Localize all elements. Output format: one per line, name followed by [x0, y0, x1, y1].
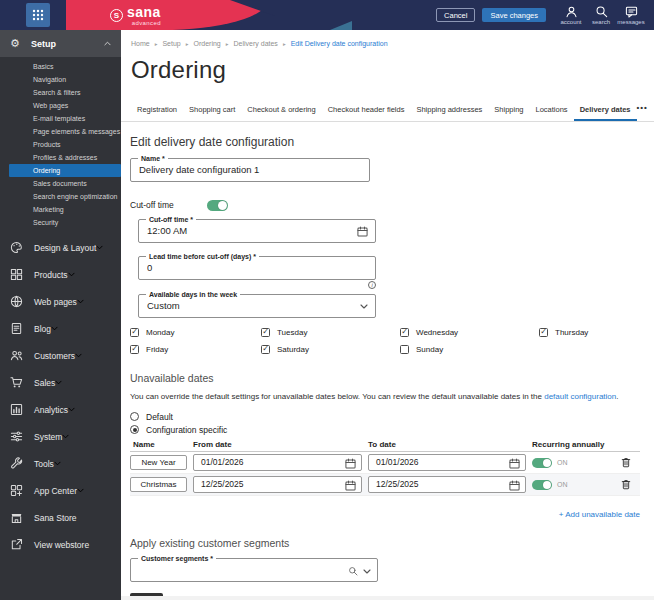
- chevron-down-icon[interactable]: [360, 304, 368, 309]
- from-date-input[interactable]: 12/25/2025: [193, 476, 362, 493]
- cutoff-toggle-row: Cut-off time: [130, 199, 640, 211]
- chevron-down-icon[interactable]: [363, 569, 371, 574]
- tab[interactable]: Shipping: [488, 99, 529, 121]
- sidebar-subitem[interactable]: Page elements & messages: [0, 125, 121, 138]
- sidebar-item[interactable]: Design & Layout: [0, 234, 121, 261]
- chevron-down-icon: [54, 461, 61, 466]
- tab[interactable]: Registration: [131, 99, 183, 121]
- sidebar-subitem[interactable]: Security: [0, 216, 121, 229]
- cutoff-time-field[interactable]: Cut-off time * 12:00 AM: [138, 219, 376, 243]
- weekday-checkbox-row[interactable]: ✓ Monday: [130, 326, 261, 339]
- checkbox[interactable]: ✓: [130, 328, 139, 337]
- calendar-icon[interactable]: [345, 480, 356, 491]
- add-unavailable-date-link[interactable]: + Add unavailable date: [559, 510, 640, 519]
- topbar-action-button[interactable]: messages: [616, 5, 646, 25]
- checkbox[interactable]: ✓: [261, 345, 270, 354]
- radio-button[interactable]: [130, 412, 139, 421]
- lead-time-input[interactable]: 0: [147, 257, 355, 279]
- sidebar-item[interactable]: Sana Store: [0, 504, 121, 531]
- sana-logo[interactable]: S sanaadvanced: [66, 0, 268, 30]
- info-icon[interactable]: i: [368, 281, 376, 289]
- from-date-input[interactable]: 01/01/2026: [193, 454, 362, 471]
- tab[interactable]: Shopping cart: [183, 99, 241, 121]
- customer-segments-title: Apply existing customer segments: [130, 537, 640, 549]
- chevron-down-icon: [96, 245, 103, 250]
- trash-icon[interactable]: [621, 479, 631, 490]
- recurring-toggle[interactable]: [532, 458, 552, 468]
- breadcrumb-item[interactable]: Ordering: [194, 40, 221, 47]
- radio-option[interactable]: Configuration specific: [130, 423, 640, 436]
- checkbox[interactable]: ✓: [400, 328, 409, 337]
- chevron-down-icon: [62, 434, 69, 439]
- tab[interactable]: Shipping addresses: [410, 99, 488, 121]
- topbar-action-button[interactable]: search: [586, 5, 616, 25]
- weekday-checkbox-row[interactable]: ✓ Tuesday: [261, 326, 400, 339]
- cancel-button[interactable]: Cancel: [436, 8, 475, 22]
- sidebar-subitem[interactable]: E-mail templates: [0, 112, 121, 125]
- date-name-input[interactable]: Christmas: [130, 477, 187, 492]
- default-configuration-link[interactable]: default configuration: [544, 392, 616, 401]
- checkbox[interactable]: ✓: [400, 345, 409, 354]
- sidebar-section-setup[interactable]: ⚙ Setup: [0, 30, 121, 57]
- sidebar-subitem[interactable]: Sales documents: [0, 177, 121, 190]
- sidebar-subitem[interactable]: Search & filters: [0, 86, 121, 99]
- weekday-checkbox-row[interactable]: ✓ Wednesday: [400, 326, 539, 339]
- weekday-checkbox-row[interactable]: ✓ Friday: [130, 343, 261, 356]
- sidebar-item[interactable]: Web pages: [0, 288, 121, 315]
- sidebar-subitem[interactable]: Navigation: [0, 73, 121, 86]
- search-icon[interactable]: [348, 566, 358, 576]
- calendar-icon[interactable]: [357, 226, 368, 237]
- cutoff-time-toggle[interactable]: [207, 200, 228, 211]
- checkbox[interactable]: ✓: [130, 345, 139, 354]
- sidebar-subitem[interactable]: Ordering: [9, 164, 121, 177]
- cutoff-time-input[interactable]: 12:00 AM: [147, 220, 355, 242]
- calendar-icon[interactable]: [509, 458, 520, 469]
- lead-time-field[interactable]: Lead time before cut-off (days) * 0: [138, 256, 376, 280]
- sidebar-subitem[interactable]: Search engine optimization: [0, 190, 121, 203]
- sidebar-subitem[interactable]: Products: [0, 138, 121, 151]
- tab[interactable]: Checkout header fields: [322, 99, 411, 121]
- to-date-input[interactable]: 12/25/2025: [368, 476, 526, 493]
- radio-button[interactable]: [130, 425, 139, 434]
- weekday-checkbox-row[interactable]: ✓ Sunday: [400, 343, 539, 356]
- date-name-input[interactable]: New Year: [130, 455, 187, 470]
- sidebar-item[interactable]: App Center: [0, 477, 121, 504]
- tab[interactable]: Delivery dates: [574, 99, 637, 121]
- checkbox[interactable]: ✓: [539, 328, 548, 337]
- calendar-icon[interactable]: [509, 480, 520, 491]
- radio-option[interactable]: Default: [130, 410, 640, 423]
- weekday-checkbox-row[interactable]: ✓ Thursday: [539, 326, 640, 339]
- trash-icon[interactable]: [621, 457, 631, 468]
- sidebar-item[interactable]: Sales: [0, 369, 121, 396]
- sidebar-subitem[interactable]: Basics: [0, 60, 121, 73]
- sidebar-item[interactable]: Products: [0, 261, 121, 288]
- weekday-checkbox-row[interactable]: ✓ Saturday: [261, 343, 400, 356]
- save-changes-button[interactable]: Save changes: [482, 8, 546, 22]
- topbar-action-button[interactable]: account: [556, 5, 586, 25]
- name-input[interactable]: Delivery date configuration 1: [139, 159, 349, 181]
- tabs-more-button[interactable]: •••: [637, 103, 648, 117]
- apps-grid-button[interactable]: [26, 3, 50, 27]
- breadcrumb-item[interactable]: Edit Delivery date configuration: [291, 40, 388, 47]
- checkbox[interactable]: ✓: [261, 328, 270, 337]
- sidebar-item[interactable]: System: [0, 423, 121, 450]
- sidebar-subitem[interactable]: Marketing: [0, 203, 121, 216]
- to-date-input[interactable]: 01/01/2026: [368, 454, 526, 471]
- available-days-select[interactable]: Available days in the week Custom: [138, 294, 376, 318]
- sidebar-subitem[interactable]: Web pages: [0, 99, 121, 112]
- breadcrumb-item[interactable]: Setup: [162, 40, 180, 47]
- calendar-icon[interactable]: [345, 458, 356, 469]
- name-field[interactable]: Name * Delivery date configuration 1: [130, 158, 370, 182]
- sidebar-subitem[interactable]: Profiles & addresses: [0, 151, 121, 164]
- sidebar-item[interactable]: Analytics: [0, 396, 121, 423]
- breadcrumb-item[interactable]: Home: [131, 40, 150, 47]
- recurring-toggle[interactable]: [532, 480, 552, 490]
- tab[interactable]: Checkout & ordering: [241, 99, 321, 121]
- customer-segments-field[interactable]: Customer segments *: [130, 558, 378, 582]
- sidebar-item[interactable]: View webstore: [0, 531, 121, 558]
- breadcrumb-item[interactable]: Delivery dates: [234, 40, 278, 47]
- tab[interactable]: Locations: [530, 99, 574, 121]
- sidebar-item[interactable]: Tools: [0, 450, 121, 477]
- sidebar-item[interactable]: Blog: [0, 315, 121, 342]
- sidebar-item[interactable]: Customers: [0, 342, 121, 369]
